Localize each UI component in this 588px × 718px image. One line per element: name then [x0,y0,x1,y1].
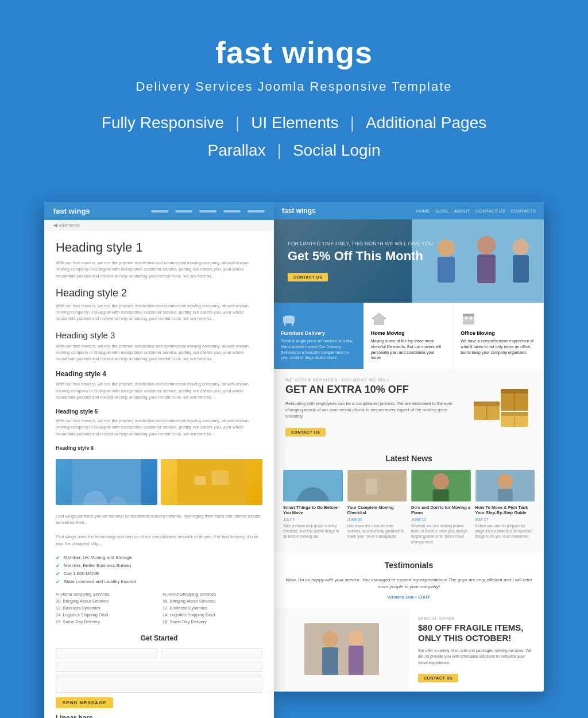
news-date-1: JULY 7 [283,518,343,522]
check-icon-3: ✔ [56,571,60,577]
check-label-2: Member, Better Business Bureau [64,563,131,568]
news-body-2: Line down the most intricate routines, a… [347,523,407,539]
nav-blog[interactable]: BLOG [436,209,448,214]
news-card-3: Do's and Don'ts for Moving a Piano JUNE … [411,470,471,545]
check-icon-4: ✔ [56,579,60,585]
boxes-visual [469,383,532,431]
services-row: Furniture Delivery Retail a single piece… [274,303,544,369]
feature-additional-pages: Additional Pages [359,111,493,134]
cta-tag: SPECIAL OFFER [418,616,535,620]
preview-image-1 [56,459,157,505]
hero-promo-tag: FOR LIMITED TIME ONLY, THIS MONTH WE WIL… [288,241,433,246]
news-title-4: How To Move & Fish Tank Your Step-By-Ste… [475,505,535,516]
col-item-l5: 16. Same Day Delivery [56,619,156,624]
svg-rect-14 [438,257,455,283]
hero-header: fast wings Delivery Services Joomla Resp… [0,0,588,202]
right-nav: HOME BLOG ABOUT CONTACT US CONTACTS [416,209,536,214]
news-grid: Smart Things to Do Before You Move JULY … [283,470,535,545]
contact-form: SEND MESSAGE [56,648,262,708]
news-img-4 [475,470,535,501]
hero-cta-button[interactable]: CONTACT US [288,273,328,281]
service-card-1: Furniture Delivery Retail a single piece… [274,303,364,369]
svg-rect-26 [465,317,467,319]
news-img-1 [283,470,343,501]
cta-people-svg [304,623,379,675]
news-title-2: Your Complete Moving Checklist [347,505,407,516]
feature-social-login: Social Login [286,139,388,162]
check-label-4: State Licensed and Liability Insured [64,579,136,584]
service-text-1: Retail a single piece of furniture or a … [281,338,357,361]
check-item-2: ✔ Member, Better Business Bureau [56,563,262,569]
svg-rect-25 [463,314,474,316]
news-img-3 [411,470,471,501]
svg-rect-16 [477,254,496,283]
service-card-2: Home Moving Moving is one of the top thr… [364,303,454,369]
testimonial-section: Testimonials Wow, I'm so happy with your… [274,553,544,607]
form-input-email[interactable] [56,662,262,672]
preview-container: fast wings ◀ elements Heading style 1 Wi… [0,202,588,718]
body-text-2: With our fast movers, we are the premier… [56,303,262,322]
service-text-2: Moving is one of the top three most stre… [371,338,447,361]
heading-2: Heading style 2 [56,287,262,299]
news-card-2: Your Complete Moving Checklist JUNE 30 L… [347,470,407,545]
nav-dot-4 [223,210,241,213]
news-section: Latest News Smart Things to Do Before Yo… [274,446,544,553]
feature-parallax: Parallax [200,139,272,162]
cta-button[interactable]: CONTACT US [418,674,458,682]
nav-about[interactable]: ABOUT [454,209,470,214]
heading-4: Heading style 4 [56,370,262,378]
form-input-name[interactable] [56,648,157,658]
form-textarea-message[interactable] [56,675,262,693]
cta-image-area [274,607,409,692]
nav-contacts[interactable]: CONTACTS [511,209,536,214]
svg-marker-23 [372,313,386,325]
heading-6: Heading style 6 [56,445,262,451]
cta-text-area: SPECIAL OFFER $80 OFF FRAGILE ITEMS, ONL… [409,607,544,692]
svg-rect-46 [497,489,512,501]
news-card-4: How To Move & Fish Tank Your Step-By-Ste… [475,470,535,545]
preview-image-svg-1 [56,459,157,505]
svg-rect-40 [365,478,377,495]
nav-dot-1 [151,210,168,213]
cta-section: SPECIAL OFFER $80 OFF FRAGILE ITEMS, ONL… [274,607,544,692]
col-item-r5: 16. Same Day Delivery [163,619,262,624]
send-message-button[interactable]: SEND MESSAGE [56,697,113,708]
linear-bars-title: Linear bars [56,714,262,718]
features-row-2: Parallax | Social Login [11,139,577,162]
news-body-3: Whether you are moving across town, at B… [411,523,471,544]
news-title-1: Smart Things to Do Before You Move [283,505,343,516]
news-date-4: MAY 27 [475,518,535,522]
cta-headline: $80 OFF FRAGILE ITEMS, ONLY THIS OCTOBER… [418,623,535,643]
testimonial-text: Wow, I'm so happy with your service. You… [285,577,532,590]
separator-3: | [273,141,286,160]
caption-2: Fast wings uses the technology and servi… [56,534,262,547]
svg-rect-27 [470,317,472,319]
breadcrumb-bar: ◀ elements [44,220,274,231]
right-logo: fast wings [282,207,316,215]
promo-cta-button[interactable]: CONTACT US [285,428,326,437]
col-right: In Home Shopping Services 30. Bringing A… [163,592,262,626]
check-item-4: ✔ State Licensed and Liability Insured [56,579,262,585]
svg-rect-4 [195,476,206,485]
testimonial-heading: Testimonials [285,561,532,570]
promo-section: WE OFFER SERVICES. YOU MOVE WE WILL GET … [274,369,544,446]
two-column-list: In-Home Shopping Services 30. Bringing A… [56,592,262,626]
nav-contact-us[interactable]: CONTACT US [475,209,505,214]
promo-headline: GET AN EXTRA 10% OFF [285,384,460,396]
news-img-svg-2 [347,470,407,501]
news-img-svg-3 [411,470,471,501]
news-title-3: Do's and Don'ts for Moving a Piano [411,505,471,516]
check-label-1: Member, UK Moving and Storage [64,555,131,560]
svg-rect-21 [284,323,286,326]
right-preview-panel: fast wings HOME BLOG ABOUT CONTACT US CO… [274,202,544,692]
left-preview-panel: fast wings ◀ elements Heading style 1 Wi… [44,202,274,718]
body-text-3: With our fast movers, we are the premier… [56,343,262,362]
form-input-phone[interactable] [161,648,262,658]
svg-rect-18 [513,255,529,283]
promo-text-area: WE OFFER SERVICES. YOU MOVE WE WILL GET … [285,378,460,437]
feature-ui-elements: UI Elements [244,111,346,134]
svg-rect-43 [433,489,449,501]
svg-rect-24 [463,315,474,325]
nav-home[interactable]: HOME [416,209,430,214]
col-item-l4: 14. Logistics Shipping Discl [56,612,156,617]
